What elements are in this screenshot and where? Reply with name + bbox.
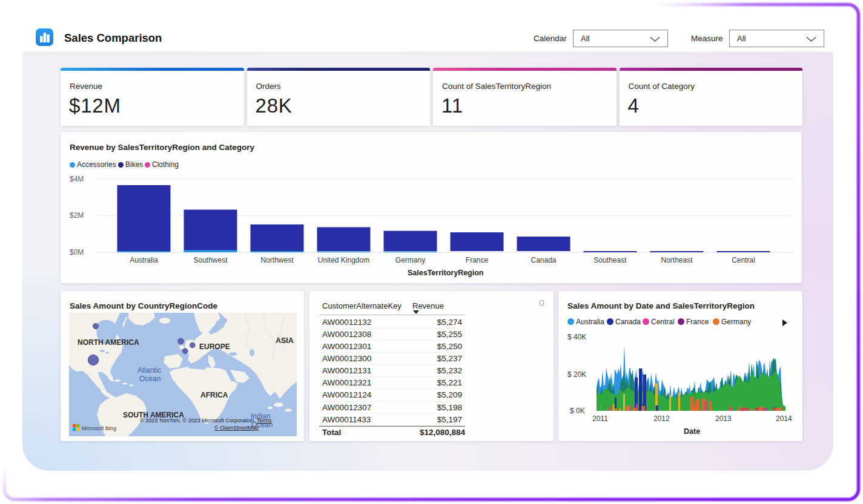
svg-text:Ocean: Ocean xyxy=(139,375,160,383)
svg-text:ASIA: ASIA xyxy=(276,336,294,345)
svg-text:AFRICA: AFRICA xyxy=(200,391,228,399)
svg-text:Microsoft Bing: Microsoft Bing xyxy=(82,425,116,431)
svg-text:Atlantic: Atlantic xyxy=(137,366,161,375)
svg-text:EUROPE: EUROPE xyxy=(199,342,230,351)
svg-text:© OpenStreetMap: © OpenStreetMap xyxy=(214,425,259,431)
svg-text:© 2023 TomTom, © 2023 Microsof: © 2023 TomTom, © 2023 Microsoft Corporat… xyxy=(140,417,272,424)
svg-text:NORTH AMERICA: NORTH AMERICA xyxy=(78,338,139,347)
